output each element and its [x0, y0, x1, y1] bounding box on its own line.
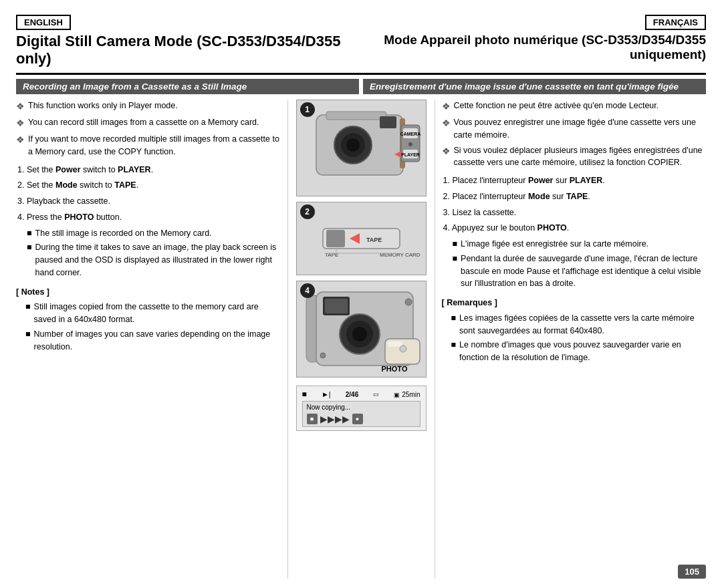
step-3: 3. Playback the cassette.	[17, 195, 281, 208]
step4-fr-sub2-text: Pendant la durée de sauvegarde d'une ima…	[461, 253, 706, 290]
step4-sub1-text: The still image is recorded on the Memor…	[35, 227, 212, 240]
osd-skip-icon: ►|	[322, 390, 331, 398]
note-1: ■ Still images copied from the cassette …	[25, 301, 281, 326]
svg-point-31	[400, 345, 406, 352]
bullet-icon: ❖	[16, 116, 25, 130]
svg-rect-5	[380, 116, 396, 128]
svg-text:PHOTO: PHOTO	[381, 365, 407, 373]
sub-bullet-icon: ■	[453, 238, 458, 251]
step-fr-4: 4. Appuyez sur le bouton PHOTO.	[443, 222, 707, 235]
svg-point-4	[346, 138, 360, 152]
svg-text:MEMORY CARD: MEMORY CARD	[380, 252, 420, 258]
remarques-title: [ Remarques ]	[442, 297, 707, 309]
osd-container: ■ ►| 2/46 ▭ ▣ 25min Now copying... ■ ▶▶▶…	[296, 386, 427, 431]
svg-text:TAPE: TAPE	[366, 237, 382, 243]
list-item: ❖ This function works only in Player mod…	[16, 100, 281, 114]
bullet-icon: ❖	[442, 100, 451, 114]
remarque-bullet-icon: ■	[451, 312, 457, 337]
step4-sub2: ■ During the time it takes to save an im…	[27, 241, 281, 279]
remarque-1-text: Les images figées copiées de la cassette…	[459, 312, 706, 337]
diagram-2-number: 2	[300, 204, 315, 219]
diagram-2-wrap: 2 TAPE TAPE MEMORY CARD	[296, 202, 427, 275]
step4-bold: PHOTO	[64, 212, 94, 222]
step-2: 2. Set the Mode switch to TAPE.	[17, 179, 281, 192]
step-fr-1: 1. Placez l'interrupteur Power sur PLAYE…	[443, 174, 707, 187]
bullet-text: If you want to move recorded multiple st…	[28, 133, 281, 158]
svg-point-34	[405, 299, 412, 305]
step1-bold1: Power	[55, 165, 81, 174]
osd-time: ▣ 25min	[394, 391, 420, 398]
bullet-icon: ❖	[442, 144, 451, 170]
remarque-2-text: Le nombre d'images que vous pouvez sauve…	[459, 339, 706, 364]
note-1-text: Still images copied from the cassette to…	[34, 301, 281, 326]
diagram-4-wrap: 4	[296, 281, 427, 378]
bullet-icon: ❖	[16, 100, 25, 114]
svg-text:CAMERA: CAMERA	[400, 132, 420, 136]
step2-bold2: TAPE	[114, 180, 136, 190]
bullet-text-fr: Cette fonction ne peut être activée qu'e…	[454, 100, 707, 114]
note-bullet-icon: ■	[25, 328, 31, 353]
bullet-text-fr: Si vous voulez déplacer plusieurs images…	[454, 144, 707, 170]
osd-arrows: ▶▶▶▶	[320, 414, 350, 424]
sub-bullet-icon: ■	[27, 227, 32, 240]
diagram-4-number: 4	[300, 283, 315, 298]
lang-badge-fr: FRANÇAIS	[645, 15, 706, 30]
note-bullet-icon: ■	[25, 301, 31, 326]
diagram-4-image: PHOTO	[296, 281, 427, 378]
note-2-text: Number of images you can save varies dep…	[34, 328, 281, 353]
osd-copying-text: Now copying...	[307, 404, 416, 411]
remarque-bullet-icon: ■	[451, 339, 457, 364]
svg-rect-25	[325, 299, 348, 313]
left-panel: ❖ This function works only in Player mod…	[16, 100, 288, 579]
step-1: 1. Set the Power switch to PLAYER.	[17, 164, 281, 176]
osd-copying-box: Now copying... ■ ▶▶▶▶ ●	[302, 401, 420, 427]
page-number: 105	[678, 565, 706, 579]
diagram-1-wrap: 1	[296, 100, 427, 196]
bullet-text: You can record still images from a casse…	[28, 116, 281, 130]
lang-badge-en: ENGLISH	[16, 15, 71, 30]
osd-display: ■ ►| 2/46 ▭ ▣ 25min Now copying... ■ ▶▶▶…	[296, 386, 427, 431]
svg-point-10	[408, 142, 412, 146]
step-fr-3: 3. Lisez la cassette.	[443, 206, 707, 219]
remarque-2: ■ Le nombre d'images que vous pouvez sau…	[451, 339, 707, 364]
osd-stop-btn: ■	[307, 414, 318, 424]
section-heading-fr: Enregistrement d'une image issue d'une c…	[363, 79, 706, 94]
step-4: 4. Press the PHOTO button.	[17, 211, 281, 224]
notes-section: [ Notes ] ■ Still images copied from the…	[16, 286, 281, 353]
bullet-icon: ❖	[442, 116, 451, 142]
list-item-fr: ❖ Vous pouvez enregistrer une image figé…	[442, 116, 707, 142]
step1-bold2: PLAYER	[118, 165, 151, 174]
osd-counter: 2/46	[346, 391, 358, 398]
bullet-text-fr: Vous pouvez enregistrer une image figée …	[454, 116, 707, 142]
diagram-2-image: TAPE TAPE MEMORY CARD	[296, 202, 427, 275]
section-heading-en: Recording an Image from a Cassette as a …	[16, 79, 359, 94]
step4-fr-sub2: ■ Pendant la durée de sauvegarde d'une i…	[453, 253, 707, 290]
note-2: ■ Number of images you can save varies d…	[25, 328, 281, 353]
step4-fr-sub1-text: L'image figée est enregistrée sur la car…	[461, 238, 648, 251]
remarque-1: ■ Les images figées copiées de la casset…	[451, 312, 707, 337]
step-fr-2: 2. Placez l'interrupteur Mode sur TAPE.	[443, 190, 707, 203]
list-item: ❖ If you want to move recorded multiple …	[16, 133, 281, 158]
svg-rect-30	[388, 341, 402, 347]
step2-bold1: Mode	[55, 180, 78, 190]
right-panel: ❖ Cette fonction ne peut être activée qu…	[435, 100, 707, 579]
step4-fr-sub1: ■ L'image figée est enregistrée sur la c…	[453, 238, 707, 251]
bullet-icon: ❖	[16, 133, 25, 158]
osd-cassette-icon: ▭	[373, 391, 379, 398]
sub-bullet-icon: ■	[453, 253, 458, 290]
diagram-1-number: 1	[300, 102, 315, 117]
osd-rec-icon: ■	[302, 390, 307, 399]
page-title-fr: Mode Appareil photo numérique (SC-D353/D…	[361, 31, 706, 70]
list-item-fr: ❖ Si vous voulez déplacer plusieurs imag…	[442, 144, 707, 170]
step4-sub1: ■ The still image is recorded on the Mem…	[27, 227, 281, 240]
sub-bullet-icon: ■	[27, 241, 32, 279]
svg-point-28	[352, 327, 367, 341]
svg-point-33	[320, 353, 326, 358]
svg-text:PLAYER: PLAYER	[401, 152, 420, 157]
list-item-fr: ❖ Cette fonction ne peut être activée qu…	[442, 100, 707, 114]
svg-rect-15	[326, 230, 345, 247]
remarques-section: [ Remarques ] ■ Les images figées copiée…	[442, 297, 707, 364]
svg-rect-1	[326, 112, 386, 120]
list-item: ❖ You can record still images from a cas…	[16, 116, 281, 130]
notes-title: [ Notes ]	[16, 286, 281, 299]
